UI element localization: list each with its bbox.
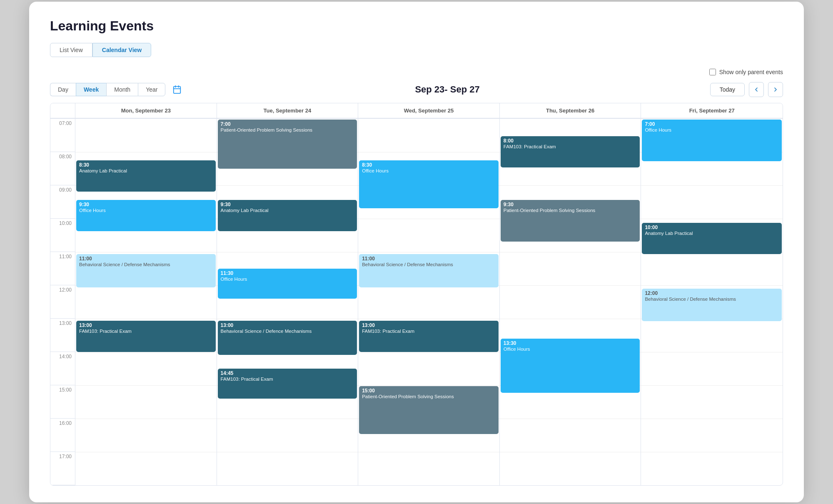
event-thu-pops[interactable]: 9:30 Patient-Oriented Problem Solving Se…: [501, 200, 640, 242]
event-tue-pops[interactable]: 7:00 Patient-Oriented Problem Solving Se…: [218, 120, 357, 169]
time-1300: 13:00: [50, 319, 75, 352]
event-fri-officehours[interactable]: 7:00 Office Hours: [642, 120, 782, 161]
show-parent-checkbox[interactable]: [709, 69, 716, 75]
time-0800: 08:00: [50, 152, 75, 185]
event-tue-behavioral[interactable]: 13:00 Behavioral Science / Defence Mecha…: [218, 321, 357, 355]
day-col-mon: 8:30 Anatomy Lab Practical 9:30 Office H…: [75, 119, 217, 485]
app-container: Learning Events List View Calendar View …: [29, 2, 804, 502]
prev-button[interactable]: [749, 82, 764, 97]
calendar-icon: [172, 85, 182, 94]
week-button[interactable]: Week: [76, 83, 106, 96]
calendar-body: 07:00 08:00 09:00 10:00 11:00 12:00 13:0…: [50, 119, 783, 485]
event-mon-officehours[interactable]: 9:30 Office Hours: [76, 200, 216, 231]
chevron-left-icon: [753, 86, 760, 93]
nav-right: Today: [710, 82, 783, 97]
today-button[interactable]: Today: [710, 83, 745, 96]
day-col-fri: 7:00 Office Hours 10:00 Anatomy Lab Prac…: [641, 119, 783, 485]
event-mon-behavioral[interactable]: 11:00 Behavioral Science / Defense Mecha…: [76, 254, 216, 287]
time-1600: 16:00: [50, 419, 75, 452]
year-button[interactable]: Year: [138, 83, 165, 96]
list-view-button[interactable]: List View: [50, 43, 92, 57]
col-header-thu: Thu, September 26: [500, 103, 641, 118]
top-bar: Show only parent events: [50, 69, 783, 75]
day-button[interactable]: Day: [50, 83, 76, 96]
col-header-fri: Fri, September 27: [641, 103, 783, 118]
event-wed-pops[interactable]: 15:00 Patient-Oriented Problem Solving S…: [359, 386, 499, 434]
calendar-grid: Mon, September 23 Tue, September 24 Wed,…: [50, 103, 783, 486]
calendar-view-button[interactable]: Calendar View: [92, 43, 151, 57]
event-thu-fam103[interactable]: 8:00 FAM103: Practical Exam: [501, 136, 640, 167]
event-mon-anatomy[interactable]: 8:30 Anatomy Lab Practical: [76, 160, 216, 192]
view-toggle: List View Calendar View: [50, 43, 783, 57]
time-1400: 14:00: [50, 352, 75, 385]
time-0900: 09:00: [50, 185, 75, 219]
next-button[interactable]: [768, 82, 783, 97]
time-labels-col: 07:00 08:00 09:00 10:00 11:00 12:00 13:0…: [50, 119, 75, 485]
event-thu-officehours[interactable]: 13:30 Office Hours: [501, 339, 640, 393]
page-title: Learning Events: [50, 18, 783, 34]
month-button[interactable]: Month: [106, 83, 138, 96]
calendar-header: Mon, September 23 Tue, September 24 Wed,…: [50, 103, 783, 119]
calendar-nav-row: Day Week Month Year Sep 23- Sep 27 Today: [50, 82, 783, 97]
time-1100: 11:00: [50, 252, 75, 285]
event-wed-officehours[interactable]: 8:30 Office Hours: [359, 160, 499, 208]
show-parent-events: Show only parent events: [709, 69, 783, 75]
time-header: [50, 103, 75, 118]
time-1500: 15:00: [50, 385, 75, 419]
day-col-tue: 7:00 Patient-Oriented Problem Solving Se…: [217, 119, 359, 485]
show-parent-label: Show only parent events: [719, 69, 783, 75]
time-1000: 10:00: [50, 219, 75, 252]
time-0700: 07:00: [50, 119, 75, 152]
period-group: Day Week Month Year: [50, 83, 165, 96]
event-wed-fam103[interactable]: 13:00 FAM103: Practical Exam: [359, 321, 499, 352]
date-range: Sep 23- Sep 27: [415, 84, 479, 95]
col-header-tue: Tue, September 24: [217, 103, 359, 118]
time-1700: 17:00: [50, 452, 75, 485]
col-header-mon: Mon, September 23: [75, 103, 217, 118]
day-col-wed: 8:30 Office Hours 11:00 Behavioral Scien…: [358, 119, 500, 485]
event-tue-officehours[interactable]: 11:30 Office Hours: [218, 269, 357, 299]
event-wed-behavioral[interactable]: 11:00 Behavioral Science / Defense Mecha…: [359, 254, 499, 287]
event-tue-fam103[interactable]: 14:45 FAM103: Practical Exam: [218, 369, 357, 399]
day-col-thu: 8:00 FAM103: Practical Exam 9:30 Patient…: [500, 119, 641, 485]
time-1200: 12:00: [50, 285, 75, 319]
event-fri-anatomy[interactable]: 10:00 Anatomy Lab Practical: [642, 223, 782, 254]
calendar-icon-button[interactable]: [170, 82, 185, 97]
svg-rect-0: [174, 87, 181, 94]
event-fri-behavioral[interactable]: 12:00 Behavioral Science / Defense Mecha…: [642, 289, 782, 321]
chevron-right-icon: [772, 86, 779, 93]
event-mon-fam103[interactable]: 13:00 FAM103: Practical Exam: [76, 321, 216, 352]
event-tue-anatomy[interactable]: 9:30 Anatomy Lab Practical: [218, 200, 357, 231]
col-header-wed: Wed, September 25: [358, 103, 500, 118]
